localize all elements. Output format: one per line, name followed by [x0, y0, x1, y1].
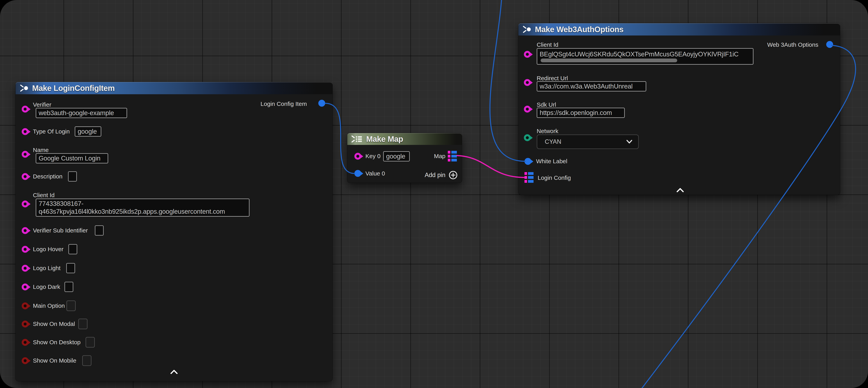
- client-id-scrollbar[interactable]: [540, 59, 677, 62]
- login-config-pin[interactable]: [524, 172, 533, 183]
- client-id-field[interactable]: 774338308167- q463s7kpvja16l4l0kko3nb925…: [36, 199, 250, 217]
- node-make-web3auth-options[interactable]: Make Web3AuthOptions Client Id BEglQSgt4…: [518, 23, 840, 195]
- logo-hover-field[interactable]: [68, 244, 77, 254]
- blueprint-graph-canvas[interactable]: Make LoginConfigItem Verifier web3auth-g…: [0, 0, 868, 388]
- name-field[interactable]: Google Custom Login: [36, 153, 108, 163]
- map-output-pin[interactable]: [448, 151, 457, 161]
- add-pin-button[interactable]: Add pin: [425, 171, 458, 180]
- logo-dark-field[interactable]: [64, 282, 73, 292]
- pin-label-client-id: Client Id: [33, 191, 55, 199]
- pin-label-description: Description: [33, 173, 62, 180]
- description-pin[interactable]: [22, 173, 29, 180]
- network-dropdown[interactable]: CYAN: [537, 135, 639, 149]
- redirect-url-field[interactable]: w3a://com.w3a.Web3AuthUnreal: [537, 81, 646, 91]
- client-id-line2: q463s7kpvja16l4l0kko3nb925ikds2p.apps.go…: [39, 208, 225, 215]
- pin-label-network: Network: [537, 127, 558, 135]
- network-selected-value: CYAN: [545, 138, 626, 145]
- login-config-item-output-pin[interactable]: [318, 100, 325, 107]
- pin-label-white-label: White Label: [536, 158, 567, 165]
- pin-label-key-0: Key 0: [365, 153, 380, 160]
- chevron-up-icon: [676, 188, 684, 192]
- make-struct-icon: [522, 25, 532, 33]
- logo-dark-pin[interactable]: [22, 283, 29, 290]
- type-of-login-pin[interactable]: [22, 128, 29, 135]
- white-label-pin[interactable]: [524, 158, 531, 165]
- main-option-checkbox[interactable]: [66, 300, 76, 311]
- verifier-field[interactable]: web3auth-google-example: [36, 108, 127, 118]
- node-title: Make Map: [366, 135, 403, 144]
- node-title: Make LoginConfigItem: [32, 84, 115, 93]
- wire-map-to-login-config[interactable]: [457, 155, 525, 177]
- show-on-modal-checkbox[interactable]: [78, 319, 88, 329]
- pin-label-show-on-desktop: Show On Desktop: [33, 339, 81, 346]
- main-option-pin[interactable]: [22, 302, 29, 309]
- pin-label-show-on-modal: Show On Modal: [33, 320, 75, 327]
- collapse-node-button[interactable]: [170, 369, 178, 375]
- client-id-pin[interactable]: [524, 51, 531, 58]
- pin-label-client-id: Client Id: [537, 41, 558, 48]
- add-pin-label: Add pin: [425, 172, 445, 179]
- collapse-node-button[interactable]: [676, 188, 684, 193]
- web3auth-options-output-pin[interactable]: [826, 41, 833, 48]
- show-on-desktop-pin[interactable]: [22, 339, 29, 346]
- verifier-pin[interactable]: [22, 106, 29, 113]
- make-struct-icon: [20, 84, 29, 92]
- pin-label-logo-light: Logo Light: [33, 265, 61, 272]
- pin-label-sdk-url: Sdk Url: [537, 101, 556, 108]
- make-map-icon: [351, 135, 363, 143]
- logo-light-pin[interactable]: [22, 265, 29, 272]
- key-0-field[interactable]: google: [383, 151, 410, 161]
- pin-label-verifier-sub-identifier: Verifier Sub Identifier: [33, 227, 88, 234]
- sdk-url-field[interactable]: https://sdk.openlogin.com: [537, 108, 625, 118]
- pin-label-verifier: Verifier: [33, 101, 51, 108]
- logo-hover-pin[interactable]: [22, 246, 29, 253]
- pin-label-name: Name: [33, 147, 49, 154]
- client-id-pin[interactable]: [22, 201, 29, 207]
- pin-label-show-on-mobile: Show On Mobile: [33, 357, 76, 364]
- output-label-map: Map: [424, 153, 445, 160]
- show-on-mobile-pin[interactable]: [22, 357, 29, 364]
- show-on-desktop-checkbox[interactable]: [86, 337, 95, 348]
- network-pin[interactable]: [524, 134, 531, 141]
- pin-label-logo-dark: Logo Dark: [33, 283, 60, 290]
- pin-label-type-of-login: Type Of Login: [33, 128, 70, 135]
- node-make-login-config-item[interactable]: Make LoginConfigItem Verifier web3auth-g…: [16, 82, 333, 381]
- redirect-url-pin[interactable]: [524, 79, 531, 86]
- chevron-up-icon: [170, 369, 178, 374]
- pin-label-redirect-url: Redirect Url: [537, 75, 568, 82]
- node-make-map[interactable]: Make Map Key 0 google Map Value 0 Add pi…: [347, 133, 462, 183]
- chevron-down-icon: [626, 140, 633, 144]
- pin-label-value-0: Value 0: [365, 170, 385, 177]
- verifier-sub-identifier-pin[interactable]: [22, 227, 29, 234]
- node-header[interactable]: Make Map: [347, 133, 462, 145]
- output-label-login-config-item: Login Config Item: [260, 100, 307, 108]
- node-header[interactable]: Make Web3AuthOptions: [518, 23, 840, 35]
- value-0-pin[interactable]: [354, 170, 361, 177]
- pin-label-logo-hover: Logo Hover: [33, 246, 63, 253]
- sdk-url-pin[interactable]: [524, 106, 531, 113]
- key-0-pin[interactable]: [354, 153, 361, 160]
- logo-light-field[interactable]: [66, 263, 75, 273]
- pin-label-main-option: Main Option: [33, 302, 65, 309]
- verifier-sub-identifier-field[interactable]: [95, 225, 104, 236]
- show-on-modal-pin[interactable]: [22, 321, 29, 327]
- description-field[interactable]: [68, 171, 77, 182]
- output-label-web3auth-options: Web 3Auth Options: [767, 41, 818, 48]
- client-id-line1: 774338308167-: [39, 200, 83, 208]
- node-header[interactable]: Make LoginConfigItem: [16, 82, 333, 94]
- pin-label-login-config: Login Config: [538, 174, 571, 181]
- type-of-login-field[interactable]: google: [75, 126, 101, 137]
- name-pin[interactable]: [22, 151, 29, 158]
- node-title: Make Web3AuthOptions: [535, 25, 623, 34]
- add-pin-plus-icon: [448, 171, 458, 180]
- show-on-mobile-checkbox[interactable]: [82, 355, 91, 366]
